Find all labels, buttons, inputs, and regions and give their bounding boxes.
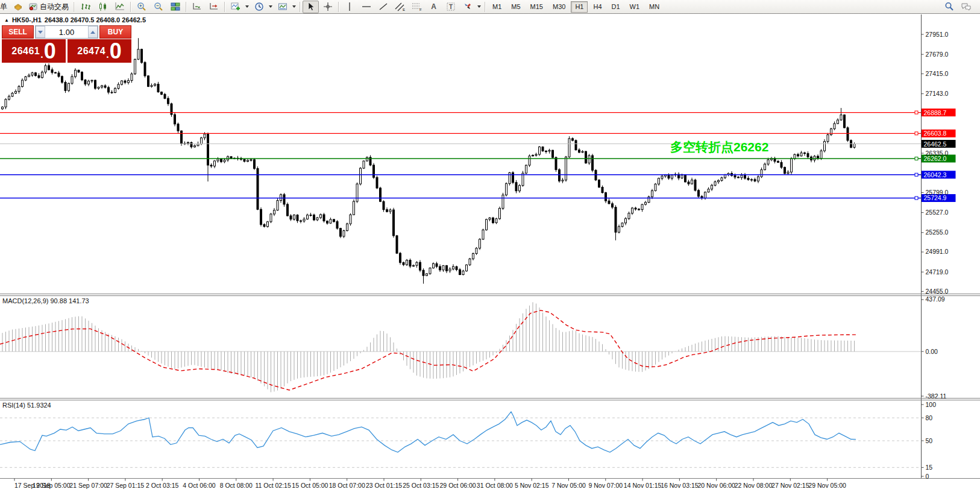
svg-text:26335.0: 26335.0	[926, 150, 949, 157]
crosshair-button[interactable]	[319, 1, 336, 13]
new-order-button[interactable]: 单	[0, 2, 9, 12]
cursor-button[interactable]	[303, 1, 319, 13]
text-button[interactable]: A	[426, 1, 442, 13]
arrows-caret[interactable]	[477, 5, 481, 8]
toolbar-separator	[300, 2, 300, 12]
candlestick-chart-icon[interactable]	[95, 1, 111, 13]
time-axis-label: 18 Oct 07:00	[329, 482, 365, 489]
timeframe-H1[interactable]: H1	[571, 1, 588, 13]
time-axis-label: 11 Oct 02:15	[255, 482, 291, 489]
time-axis-label: 20 Nov 06:00	[697, 482, 735, 489]
time-axis-label: 2 Oct 03:15	[146, 482, 178, 489]
time-axis-label: 21 Sep 07:00	[69, 482, 107, 489]
buy-price[interactable]: 26474 . 0	[68, 39, 131, 63]
buy-button[interactable]: BUY	[99, 25, 131, 39]
svg-text:27951.0: 27951.0	[926, 31, 949, 38]
search-icon[interactable]	[941, 1, 957, 13]
time-axis-label: 31 Oct 08:00	[477, 482, 513, 489]
time-axis-label: 8 Oct 08:00	[220, 482, 253, 489]
toolbar-separator	[130, 2, 131, 12]
autotrading-button[interactable]: 自动交易	[27, 1, 72, 13]
zoom-out-icon[interactable]	[150, 1, 166, 13]
time-axis-label: 22 Nov 08:00	[735, 482, 773, 489]
toolbar-separator	[338, 2, 339, 12]
candles	[2, 38, 856, 283]
volume-input[interactable]: 1.00	[45, 26, 88, 38]
time-axis-label: 29 Nov 05:00	[808, 482, 846, 489]
time-axis-label: 29 Oct 06:00	[440, 482, 476, 489]
symbol-period-label: HK50-,H1	[12, 16, 42, 24]
horizontal-lines: 26888.726603.826462.526262.026042.325724…	[0, 109, 956, 202]
time-axis-label: 14 Nov 01:15	[624, 482, 662, 489]
svg-text:0: 0	[926, 473, 929, 480]
timeframe-MN[interactable]: MN	[645, 1, 664, 13]
svg-text:26888.7: 26888.7	[924, 109, 947, 116]
vertical-line-button[interactable]	[341, 1, 357, 13]
chart-shift-icon[interactable]	[206, 1, 222, 13]
fibonacci-button[interactable]: F	[409, 1, 425, 13]
auto-scroll-icon[interactable]	[189, 1, 205, 13]
periods-caret[interactable]	[269, 5, 272, 8]
sell-price[interactable]: 26461 . 0	[2, 39, 68, 63]
text-label-button[interactable]: T	[442, 1, 459, 13]
svg-text:15: 15	[926, 464, 933, 471]
chart-canvas[interactable]: 26888.726603.826462.526262.026042.325724…	[0, 14, 980, 495]
svg-text:24719.0: 24719.0	[926, 268, 949, 276]
svg-text:-382.11: -382.11	[926, 393, 947, 400]
indicators-button[interactable]	[227, 1, 243, 13]
order-book-icon[interactable]	[10, 1, 26, 13]
indicators-caret[interactable]	[245, 5, 249, 8]
periods-button[interactable]	[251, 1, 267, 13]
svg-text:26042.3: 26042.3	[924, 171, 947, 178]
svg-text:26462.5: 26462.5	[924, 140, 947, 148]
templates-caret[interactable]	[292, 5, 296, 8]
templates-button[interactable]	[274, 1, 291, 13]
trendline-button[interactable]	[375, 1, 391, 13]
chart-title: ▲ HK50-,H1 26438.0 26470.5 26408.0 26462…	[4, 16, 146, 24]
timeframe-M30[interactable]: M30	[548, 1, 570, 13]
sell-button[interactable]: SELL	[2, 25, 34, 39]
time-axis-label: 23 Oct 01:15	[366, 482, 402, 489]
chat-icon[interactable]	[958, 1, 974, 13]
timeframe-H4[interactable]: H4	[589, 1, 606, 13]
time-axis-label: 27 Sep 01:15	[107, 482, 145, 489]
bar-chart-icon[interactable]	[78, 1, 94, 13]
horizontal-line-button[interactable]	[358, 1, 374, 13]
price-display: 26461 . 0 26474 . 0	[2, 39, 131, 63]
svg-text:24991.0: 24991.0	[926, 248, 949, 255]
volume-increase-button[interactable]	[88, 26, 98, 38]
channel-letter: E	[403, 8, 405, 11]
arrows-button[interactable]	[459, 1, 476, 13]
macd-label: MACD(12,26,9) 90.88 141.73	[2, 297, 89, 304]
svg-text:25255.0: 25255.0	[926, 229, 949, 236]
line-chart-icon[interactable]	[112, 1, 128, 13]
main-toolbar: 单 自动交易	[0, 0, 980, 14]
time-axis-label: 16 Nov 03:15	[661, 482, 699, 489]
timeframe-W1[interactable]: W1	[626, 1, 644, 13]
price-axis: 27951.027679.027415.027143.026335.025799…	[922, 14, 949, 479]
svg-text:27679.0: 27679.0	[926, 51, 949, 58]
time-axis-label: 15 Oct 05:00	[292, 482, 328, 489]
channel-button[interactable]: E	[392, 1, 408, 13]
collapse-arrow-icon[interactable]: ▲	[4, 17, 9, 23]
timeframe-M5[interactable]: M5	[507, 1, 524, 13]
svg-text:80: 80	[926, 414, 933, 421]
svg-text:50: 50	[926, 437, 933, 444]
triangle-up-icon	[90, 31, 95, 34]
timeframe-M15[interactable]: M15	[526, 1, 547, 13]
svg-text:437.09: 437.09	[926, 295, 945, 303]
time-axis-label: 9 Nov 07:00	[588, 482, 623, 489]
one-click-trading-panel: SELL 1.00 BUY 26461 . 0 26474 . 0	[2, 25, 131, 63]
time-axis-label: 27 Nov 02:15	[771, 482, 809, 489]
toolbar-separator	[186, 2, 186, 12]
timeframe-M1[interactable]: M1	[488, 1, 506, 13]
time-axis-label: 4 Oct 06:00	[183, 482, 215, 489]
volume-control: 1.00	[35, 25, 98, 39]
time-axis-label: 5 Nov 02:15	[515, 482, 549, 489]
volume-decrease-button[interactable]	[36, 26, 45, 38]
svg-text:25527.0: 25527.0	[926, 209, 949, 216]
timeframe-D1[interactable]: D1	[608, 1, 624, 13]
tile-windows-icon[interactable]	[167, 1, 183, 13]
zoom-in-icon[interactable]	[133, 1, 149, 13]
pivot-annotation: 多空转折点26262	[670, 140, 768, 154]
